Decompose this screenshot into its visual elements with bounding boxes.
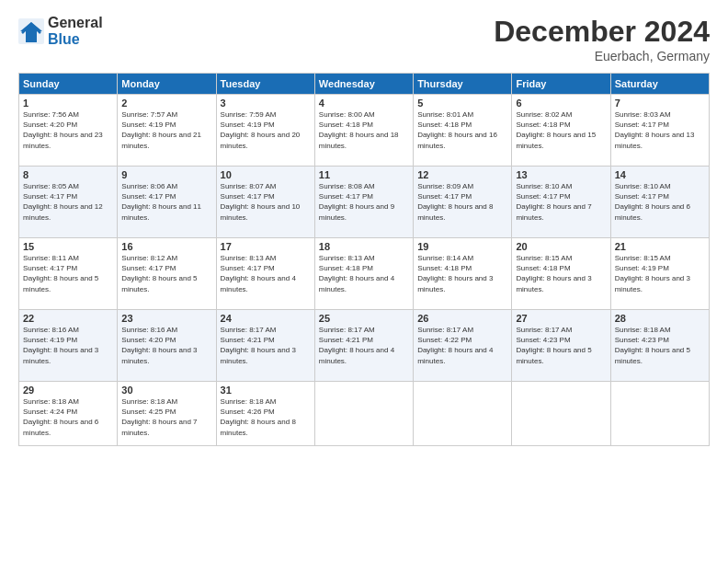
- day-info: Sunrise: 8:02 AMSunset: 4:18 PMDaylight:…: [516, 109, 606, 151]
- calendar-cell: 29Sunrise: 8:18 AMSunset: 4:24 PMDayligh…: [19, 382, 118, 446]
- calendar-cell: 18Sunrise: 8:13 AMSunset: 4:18 PMDayligh…: [314, 238, 413, 310]
- day-info: Sunrise: 8:18 AMSunset: 4:26 PMDaylight:…: [221, 396, 311, 438]
- logo: General Blue: [18, 15, 103, 47]
- calendar-cell: 10Sunrise: 8:07 AMSunset: 4:17 PMDayligh…: [216, 167, 314, 238]
- calendar-cell: 1Sunrise: 7:56 AMSunset: 4:20 PMDaylight…: [19, 95, 118, 167]
- calendar-cell: [610, 382, 709, 446]
- calendar-cell: 31Sunrise: 8:18 AMSunset: 4:26 PMDayligh…: [216, 382, 314, 446]
- calendar-cell: 5Sunrise: 8:01 AMSunset: 4:18 PMDaylight…: [414, 95, 512, 167]
- calendar-cell: 22Sunrise: 8:16 AMSunset: 4:19 PMDayligh…: [19, 310, 118, 382]
- calendar-cell: 14Sunrise: 8:10 AMSunset: 4:17 PMDayligh…: [610, 167, 709, 238]
- day-info: Sunrise: 8:09 AMSunset: 4:17 PMDaylight:…: [417, 181, 507, 223]
- weekday-header: Wednesday: [314, 74, 413, 95]
- calendar-cell: 21Sunrise: 8:15 AMSunset: 4:19 PMDayligh…: [610, 238, 709, 310]
- day-number: 4: [319, 98, 409, 109]
- weekday-header: Saturday: [610, 74, 709, 95]
- weekday-header: Friday: [512, 74, 610, 95]
- weekday-header: Thursday: [414, 74, 512, 95]
- day-info: Sunrise: 8:10 AMSunset: 4:17 PMDaylight:…: [615, 181, 705, 223]
- day-info: Sunrise: 8:17 AMSunset: 4:21 PMDaylight:…: [319, 325, 409, 366]
- day-info: Sunrise: 8:00 AMSunset: 4:18 PMDaylight:…: [319, 109, 409, 151]
- calendar-cell: 6Sunrise: 8:02 AMSunset: 4:18 PMDaylight…: [512, 95, 610, 167]
- day-number: 29: [23, 385, 113, 396]
- calendar-cell: 17Sunrise: 8:13 AMSunset: 4:17 PMDayligh…: [216, 238, 314, 310]
- day-info: Sunrise: 7:57 AMSunset: 4:19 PMDaylight:…: [121, 109, 211, 151]
- day-info: Sunrise: 8:18 AMSunset: 4:24 PMDaylight:…: [23, 396, 113, 438]
- day-number: 25: [319, 313, 409, 324]
- calendar-cell: 26Sunrise: 8:17 AMSunset: 4:22 PMDayligh…: [414, 310, 512, 382]
- svg-rect-3: [27, 32, 36, 40]
- logo-text: General Blue: [48, 15, 103, 47]
- day-info: Sunrise: 8:16 AMSunset: 4:20 PMDaylight:…: [121, 325, 211, 366]
- day-info: Sunrise: 8:16 AMSunset: 4:19 PMDaylight:…: [23, 325, 113, 366]
- calendar-cell: 11Sunrise: 8:08 AMSunset: 4:17 PMDayligh…: [314, 167, 413, 238]
- weekday-header: Sunday: [19, 74, 118, 95]
- day-number: 24: [221, 313, 311, 324]
- calendar-cell: 16Sunrise: 8:12 AMSunset: 4:17 PMDayligh…: [118, 238, 216, 310]
- day-number: 17: [221, 241, 311, 252]
- day-info: Sunrise: 8:08 AMSunset: 4:17 PMDaylight:…: [319, 181, 409, 223]
- day-info: Sunrise: 8:01 AMSunset: 4:18 PMDaylight:…: [417, 109, 507, 151]
- page-header: General Blue December 2024 Euerbach, Ger…: [18, 15, 710, 63]
- calendar-cell: 25Sunrise: 8:17 AMSunset: 4:21 PMDayligh…: [314, 310, 413, 382]
- day-number: 12: [417, 169, 507, 180]
- day-info: Sunrise: 7:56 AMSunset: 4:20 PMDaylight:…: [23, 109, 113, 151]
- day-info: Sunrise: 8:15 AMSunset: 4:19 PMDaylight:…: [615, 253, 705, 294]
- logo-icon: [18, 18, 44, 44]
- day-number: 5: [417, 98, 507, 109]
- calendar-cell: 30Sunrise: 8:18 AMSunset: 4:25 PMDayligh…: [118, 382, 216, 446]
- calendar-week-row: 8Sunrise: 8:05 AMSunset: 4:17 PMDaylight…: [19, 167, 710, 238]
- day-number: 6: [516, 98, 606, 109]
- calendar-cell: 13Sunrise: 8:10 AMSunset: 4:17 PMDayligh…: [512, 167, 610, 238]
- day-number: 20: [516, 241, 606, 252]
- calendar-cell: 7Sunrise: 8:03 AMSunset: 4:17 PMDaylight…: [610, 95, 709, 167]
- calendar-week-row: 22Sunrise: 8:16 AMSunset: 4:19 PMDayligh…: [19, 310, 710, 382]
- day-info: Sunrise: 8:14 AMSunset: 4:18 PMDaylight:…: [417, 253, 507, 294]
- calendar-cell: 24Sunrise: 8:17 AMSunset: 4:21 PMDayligh…: [216, 310, 314, 382]
- calendar-cell: 23Sunrise: 8:16 AMSunset: 4:20 PMDayligh…: [118, 310, 216, 382]
- calendar-cell: [414, 382, 512, 446]
- day-number: 16: [121, 241, 211, 252]
- day-number: 30: [121, 385, 211, 396]
- day-info: Sunrise: 8:17 AMSunset: 4:22 PMDaylight:…: [417, 325, 507, 366]
- day-number: 31: [221, 385, 311, 396]
- location: Euerbach, Germany: [494, 49, 710, 63]
- day-number: 13: [516, 169, 606, 180]
- title-block: December 2024 Euerbach, Germany: [494, 15, 710, 63]
- day-number: 19: [417, 241, 507, 252]
- day-info: Sunrise: 8:05 AMSunset: 4:17 PMDaylight:…: [23, 181, 113, 223]
- day-info: Sunrise: 8:10 AMSunset: 4:17 PMDaylight:…: [516, 181, 606, 223]
- day-number: 26: [417, 313, 507, 324]
- calendar-cell: 4Sunrise: 8:00 AMSunset: 4:18 PMDaylight…: [314, 95, 413, 167]
- day-info: Sunrise: 8:18 AMSunset: 4:25 PMDaylight:…: [121, 396, 211, 438]
- calendar-cell: 20Sunrise: 8:15 AMSunset: 4:18 PMDayligh…: [512, 238, 610, 310]
- day-info: Sunrise: 8:06 AMSunset: 4:17 PMDaylight:…: [121, 181, 211, 223]
- day-number: 18: [319, 241, 409, 252]
- calendar-header-row: SundayMondayTuesdayWednesdayThursdayFrid…: [19, 74, 710, 95]
- calendar-cell: 2Sunrise: 7:57 AMSunset: 4:19 PMDaylight…: [118, 95, 216, 167]
- day-number: 15: [23, 241, 113, 252]
- calendar-cell: [512, 382, 610, 446]
- day-info: Sunrise: 8:07 AMSunset: 4:17 PMDaylight:…: [221, 181, 311, 223]
- calendar-week-row: 15Sunrise: 8:11 AMSunset: 4:17 PMDayligh…: [19, 238, 710, 310]
- day-info: Sunrise: 8:17 AMSunset: 4:21 PMDaylight:…: [221, 325, 311, 366]
- calendar-table: SundayMondayTuesdayWednesdayThursdayFrid…: [18, 73, 710, 446]
- day-number: 2: [121, 98, 211, 109]
- calendar-cell: 3Sunrise: 7:59 AMSunset: 4:19 PMDaylight…: [216, 95, 314, 167]
- weekday-header: Tuesday: [216, 74, 314, 95]
- month-title: December 2024: [494, 15, 710, 49]
- day-info: Sunrise: 8:18 AMSunset: 4:23 PMDaylight:…: [615, 325, 705, 366]
- calendar-cell: 19Sunrise: 8:14 AMSunset: 4:18 PMDayligh…: [414, 238, 512, 310]
- day-number: 10: [221, 169, 311, 180]
- calendar-cell: 8Sunrise: 8:05 AMSunset: 4:17 PMDaylight…: [19, 167, 118, 238]
- day-number: 11: [319, 169, 409, 180]
- day-number: 9: [121, 169, 211, 180]
- day-number: 27: [516, 313, 606, 324]
- day-number: 7: [615, 98, 705, 109]
- day-number: 28: [615, 313, 705, 324]
- calendar-cell: 28Sunrise: 8:18 AMSunset: 4:23 PMDayligh…: [610, 310, 709, 382]
- calendar-cell: 12Sunrise: 8:09 AMSunset: 4:17 PMDayligh…: [414, 167, 512, 238]
- day-info: Sunrise: 8:13 AMSunset: 4:17 PMDaylight:…: [221, 253, 311, 294]
- logo-blue: Blue: [48, 31, 103, 48]
- calendar-page: General Blue December 2024 Euerbach, Ger…: [0, 0, 728, 563]
